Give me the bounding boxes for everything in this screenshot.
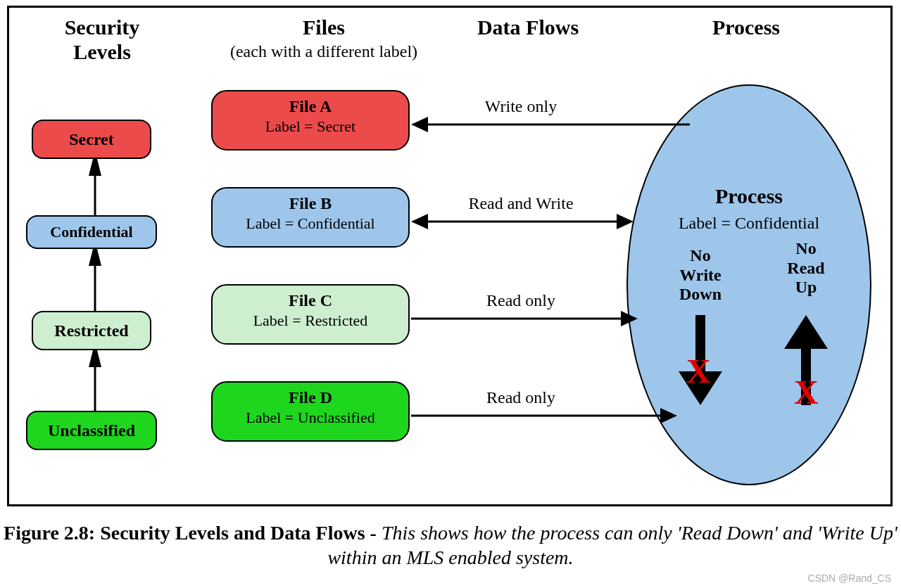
flow-label-c: Read only <box>450 291 591 310</box>
rule-no-read-up: No Read Up <box>764 239 848 298</box>
level-secret: Secret <box>32 120 151 159</box>
level-unclassified: Unclassified <box>26 411 157 450</box>
figure-caption: Figure 2.8: Security Levels and Data Flo… <box>0 520 901 570</box>
process-label: Label = Confidential <box>626 214 871 233</box>
file-c-name: File C <box>213 290 408 311</box>
file-b-label: Label = Confidential <box>213 214 408 234</box>
header-files-sub: (each with a different label) <box>204 42 443 61</box>
level-arrow-1 <box>84 158 106 217</box>
caption-bold: Figure 2.8: Security Levels and Data Flo… <box>4 522 382 544</box>
header-process: Process <box>676 15 817 40</box>
watermark: CSDN @Rand_CS <box>808 573 891 584</box>
flow-arrow-d <box>410 405 679 426</box>
file-a-label: Label = Secret <box>213 117 408 136</box>
header-data-flows: Data Flows <box>450 15 605 40</box>
svg-marker-6 <box>411 117 428 132</box>
file-d-name: File D <box>213 387 408 408</box>
file-a-name: File A <box>213 96 408 117</box>
flow-arrow-a <box>410 114 691 135</box>
level-arrow-2 <box>84 248 106 312</box>
rule-no-write-down: No Write Down <box>658 246 743 305</box>
file-b: File B Label = Confidential <box>211 187 410 248</box>
file-c: File C Label = Restricted <box>211 284 410 345</box>
flow-arrow-c <box>410 308 639 329</box>
process-title: Process <box>626 184 871 208</box>
file-a: File A Label = Secret <box>211 90 410 151</box>
header-files: Files <box>267 15 380 40</box>
flow-arrow-b <box>410 211 635 232</box>
level-restricted: Restricted <box>32 311 151 350</box>
header-security-levels: Security Levels <box>39 15 165 64</box>
flow-label-a: Write only <box>450 97 591 116</box>
caption-italic: This shows how the process can only 'Rea… <box>327 522 897 568</box>
svg-marker-9 <box>617 214 634 229</box>
file-c-label: Label = Restricted <box>213 311 408 331</box>
x-mark-write-down: X <box>686 352 711 390</box>
flow-label-d: Read only <box>450 388 591 407</box>
svg-marker-13 <box>660 408 677 423</box>
svg-marker-8 <box>411 214 428 229</box>
level-arrow-3 <box>84 349 106 412</box>
flow-label-b: Read and Write <box>436 194 605 213</box>
level-confidential: Confidential <box>26 215 157 249</box>
svg-marker-11 <box>621 311 638 326</box>
file-b-name: File B <box>213 193 408 214</box>
file-d: File D Label = Unclassified <box>211 381 410 442</box>
x-mark-read-up: X <box>794 373 819 411</box>
file-d-label: Label = Unclassified <box>213 408 408 428</box>
